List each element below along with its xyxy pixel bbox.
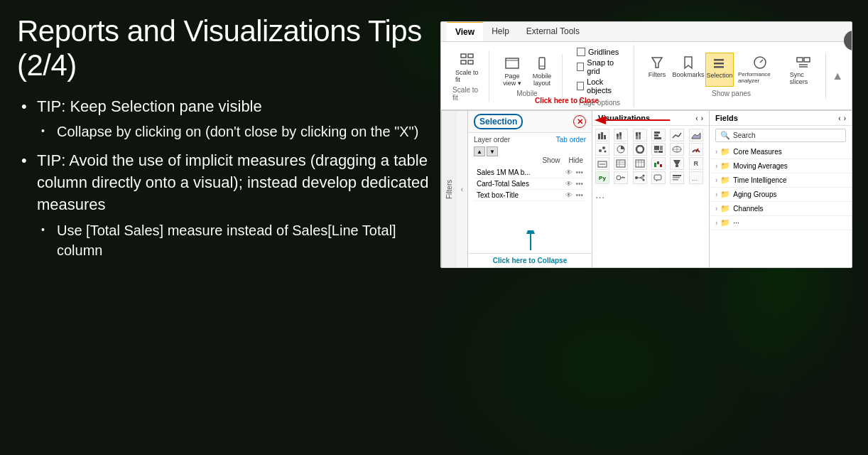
filters-strip[interactable]: Filters	[441, 111, 457, 267]
selection-icon	[711, 55, 728, 72]
layer-order-row: Layer order Tab order	[474, 136, 586, 144]
fields-next[interactable]: ›	[844, 114, 846, 122]
viz-icon-matrix[interactable]	[633, 157, 647, 170]
viz-icon-custom[interactable]: ...	[689, 171, 703, 184]
show-panes-row: Filters Bookmarks	[643, 53, 820, 87]
viz-icon-scatter[interactable]	[595, 143, 609, 156]
time-intelligence-folder-icon: 📁	[720, 176, 730, 185]
selection-item-sales[interactable]: Sales 1M MA b... 👁 •••	[474, 167, 586, 178]
collapse-pane-button[interactable]: ‹	[457, 111, 468, 267]
selection-pane: Selection ✕	[468, 111, 592, 267]
viz-icon-funnel[interactable]	[670, 157, 684, 170]
selection-close-button[interactable]: ✕	[573, 115, 586, 128]
svg-rect-78	[673, 175, 681, 176]
tab-order-link[interactable]: Tab order	[556, 136, 586, 144]
fields-item-core-measures[interactable]: › 📁 Core Measures	[710, 145, 852, 159]
selection-item-controls: 👁 •••	[565, 168, 583, 176]
page-view-button[interactable]: Page view ▾	[498, 54, 526, 88]
gridlines-checkbox[interactable]: Gridlines	[577, 48, 622, 56]
viz-icon-qa[interactable]	[651, 171, 666, 184]
core-measures-folder-icon: 📁	[720, 147, 730, 156]
viz-pane-next[interactable]: ›	[701, 114, 703, 122]
viz-icon-card[interactable]	[595, 157, 609, 170]
move-down-button[interactable]: ▼	[487, 146, 498, 156]
sync-slicers-button[interactable]: Sync slicers	[787, 53, 820, 87]
ribbon-tab-external-tools[interactable]: External Tools	[518, 22, 588, 41]
svg-marker-64	[673, 160, 680, 165]
viz-icon-donut[interactable]	[633, 143, 647, 156]
fields-pane-nav: ‹ ›	[838, 114, 846, 122]
svg-rect-4	[506, 58, 519, 68]
scale-to-fit-button[interactable]: Scale to fit	[452, 50, 483, 85]
moving-averages-name: Moving Averages	[733, 162, 846, 170]
selection-item-card[interactable]: Card-Total Sales 👁 •••	[474, 178, 586, 190]
viz-icon-smart-narrative[interactable]	[670, 171, 684, 184]
viz-icon-100-stacked[interactable]	[633, 129, 647, 141]
sub-bullet-item-2-1: Use [Total Sales] measure instead of Sal…	[37, 220, 429, 260]
fields-pane: Fields ‹ › 🔍 Search › 📁 Core	[710, 111, 852, 267]
sub-bullet-item-1-1: Collapse by clicking on (don't close by …	[37, 122, 429, 141]
viz-icon-line[interactable]	[670, 129, 684, 141]
mobile-layout-button[interactable]: Mobile layout	[528, 54, 556, 88]
ribbon-scroll-right[interactable]: ▲	[829, 70, 846, 82]
svg-rect-11	[714, 63, 724, 65]
viz-icon-python[interactable]: Py	[595, 171, 609, 184]
fields-item-moving-averages[interactable]: › 📁 Moving Averages	[710, 159, 852, 173]
performance-analyzer-button[interactable]: Performance analyzer	[735, 53, 786, 87]
ribbon-group-scale: Scale to fit Scale to fit	[447, 50, 489, 102]
more-folder-icon: 📁	[720, 218, 730, 228]
viz-icon-key-influencer[interactable]	[614, 171, 628, 184]
viz-icon-bar[interactable]	[595, 129, 609, 141]
bookmarks-button[interactable]: Bookmarks	[673, 53, 704, 87]
sub-bullet-list-2: Use [Total Sales] measure instead of Sal…	[37, 220, 429, 260]
snap-checkbox-box	[577, 63, 584, 71]
svg-rect-31	[636, 136, 638, 139]
viz-pane-prev[interactable]: ‹	[695, 114, 698, 122]
snap-to-grid-checkbox[interactable]: Snap to grid	[577, 58, 622, 75]
ribbon-body: Scale to fit Scale to fit	[441, 42, 852, 111]
fields-search-box[interactable]: 🔍 Search	[715, 129, 846, 142]
svg-rect-63	[660, 164, 662, 167]
viz-icon-pie[interactable]	[614, 143, 628, 156]
filters-icon	[649, 54, 666, 71]
viz-icon-horiz-bar[interactable]	[651, 129, 666, 141]
fields-item-time-intelligence[interactable]: › 📁 Time Intelligence	[710, 173, 852, 188]
scale-icon	[459, 52, 476, 69]
selection-item-card-name: Card-Total Sales	[477, 180, 565, 188]
viz-icon-map[interactable]	[670, 143, 684, 156]
svg-rect-62	[657, 161, 659, 164]
sub-bullet-list-1: Collapse by clicking on (don't close by …	[37, 122, 429, 141]
viz-icon-treemap[interactable]	[651, 143, 666, 156]
svg-rect-34	[654, 132, 660, 134]
more-expand: ›	[715, 219, 717, 227]
ribbon-tab-help[interactable]: Help	[483, 22, 518, 41]
svg-marker-9	[685, 57, 692, 68]
viz-icon-area[interactable]	[689, 129, 703, 141]
gridlines-checkbox-box	[577, 48, 585, 56]
filters-button[interactable]: Filters	[643, 53, 671, 87]
viz-icon-decomp-tree[interactable]	[633, 171, 647, 184]
viz-icon-stacked-bar[interactable]	[614, 129, 628, 141]
lock-objects-checkbox[interactable]: Lock objects	[577, 77, 622, 95]
fields-prev[interactable]: ‹	[838, 114, 840, 122]
viz-icon-gauge[interactable]	[689, 143, 703, 156]
svg-rect-45	[654, 151, 658, 153]
aging-groups-expand: ›	[715, 191, 717, 198]
ribbon-tab-view[interactable]: View	[447, 21, 483, 41]
viz-icons-grid: R Py	[592, 126, 709, 187]
viz-more-dots[interactable]: ...	[592, 187, 709, 203]
svg-text:...: ...	[692, 175, 698, 182]
fields-item-more[interactable]: › 📁 ···	[710, 216, 852, 230]
move-up-button[interactable]: ▲	[474, 146, 485, 156]
fields-item-channels[interactable]: › 📁 Channels	[710, 202, 852, 216]
svg-rect-28	[619, 132, 622, 136]
viz-icon-waterfall[interactable]	[651, 157, 666, 170]
selection-button[interactable]: Selection	[705, 53, 734, 87]
selection-item-textbox[interactable]: Text box-Title 👁 •••	[474, 190, 586, 201]
viz-icon-table[interactable]	[614, 157, 628, 170]
viz-icon-r-visual[interactable]: R	[689, 157, 703, 170]
page-options-checkboxes: Gridlines Snap to grid Lock objects	[571, 45, 628, 97]
fields-item-aging-groups[interactable]: › 📁 Aging Groups	[710, 188, 852, 202]
collapse-annotation: Click here to Collapse	[468, 253, 592, 267]
fields-title: Fields	[715, 114, 738, 122]
